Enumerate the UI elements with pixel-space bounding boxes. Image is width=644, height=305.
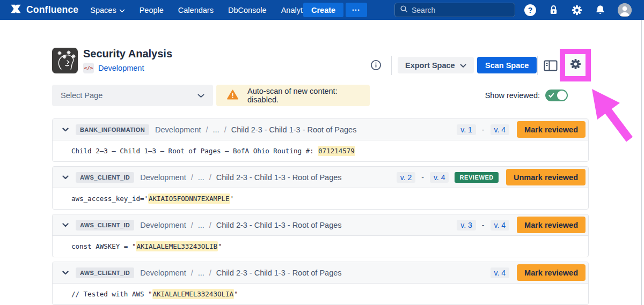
findings-list: BANK_INFORMATION Development / ... / Chi… <box>52 118 589 305</box>
version-to-link[interactable]: v. 4 <box>491 124 510 135</box>
breadcrumb-page[interactable]: Child 2-3 - Child 1-3 - Root of Pages <box>231 125 357 134</box>
notifications-bell-icon[interactable] <box>595 4 606 16</box>
version-from-link[interactable]: v. 1 <box>457 124 476 135</box>
annotation-highlight-box <box>560 49 591 81</box>
breadcrumb-space[interactable]: Development <box>140 221 186 229</box>
mark-reviewed-button[interactable]: Mark reviewed <box>517 121 586 138</box>
finding-header: AWS_CLIENT_ID Development / ... / Child … <box>53 262 588 284</box>
user-avatar[interactable] <box>618 3 632 17</box>
breadcrumb-ellipsis[interactable]: ... <box>213 125 219 134</box>
mark-reviewed-button[interactable]: Mark reviewed <box>517 264 586 281</box>
breadcrumb-ellipsis[interactable]: ... <box>198 221 204 229</box>
space-avatar[interactable] <box>52 48 78 73</box>
create-button[interactable]: Create <box>303 3 343 17</box>
sidebar-panel-icon[interactable] <box>541 57 560 73</box>
finding-snippet: aws_access_key_id='AKIAIO5FODNN7EXAMPLE' <box>53 188 588 209</box>
lock-icon[interactable] <box>548 4 559 16</box>
mark-reviewed-button[interactable]: Mark reviewed <box>517 217 586 233</box>
expand-chevron-icon[interactable] <box>60 270 71 276</box>
finding-header: AWS_CLIENT_ID Development / ... / Child … <box>53 214 588 236</box>
breadcrumb-page[interactable]: Child 2-3 - Child 1-3 - Root of Pages <box>216 221 342 229</box>
more-button[interactable]: ••• <box>346 3 367 17</box>
space-type-icon: </> <box>83 63 94 73</box>
breadcrumb-page[interactable]: Child 2-3 - Child 1-3 - Root of Pages <box>216 269 342 277</box>
finding-type-badge: AWS_CLIENT_ID <box>76 220 134 230</box>
annotation-arrow <box>582 79 641 146</box>
nav-menu: Spaces People Calendars DbConsole Analyt… <box>90 6 312 14</box>
nav-item-calendars[interactable]: Calendars <box>178 6 214 14</box>
nav-icon-group: ? <box>524 0 632 20</box>
scan-space-button[interactable]: Scan Space <box>477 57 537 73</box>
chevron-down-icon <box>197 91 204 100</box>
breadcrumb: Development / ... / Child 2-3 - Child 1-… <box>155 125 356 134</box>
space-link-row: </> Development <box>83 63 144 73</box>
show-reviewed-control: Show reviewed: <box>485 85 568 106</box>
breadcrumb: Development / ... / Child 2-3 - Child 1-… <box>140 173 341 182</box>
search-input[interactable] <box>412 6 497 14</box>
export-space-button[interactable]: Export Space <box>398 57 474 73</box>
check-icon <box>548 93 554 98</box>
version-to-link[interactable]: v. 4 <box>491 220 510 230</box>
nav-create-group: Create ••• <box>303 3 367 17</box>
breadcrumb-space[interactable]: Development <box>155 125 201 134</box>
nav-item-dbconsole[interactable]: DbConsole <box>228 6 267 14</box>
info-icon[interactable] <box>370 59 382 73</box>
confluence-brand[interactable]: Confluence <box>10 3 78 17</box>
toolbar-divider <box>537 56 538 75</box>
finding-card: BANK_INFORMATION Development / ... / Chi… <box>52 118 589 162</box>
brand-name: Confluence <box>26 4 78 16</box>
finding-header: BANK_INFORMATION Development / ... / Chi… <box>53 119 588 140</box>
finding-header: AWS_CLIENT_ID Development / ... / Child … <box>53 167 588 188</box>
toggle-knob <box>557 91 567 100</box>
settings-gear-icon[interactable] <box>571 4 583 16</box>
help-icon[interactable]: ? <box>524 4 536 16</box>
select-page-dropdown[interactable]: Select Page <box>52 85 213 106</box>
finding-card: AWS_CLIENT_ID Development / ... / Child … <box>52 262 589 305</box>
secret-highlight: 071214579 <box>318 146 355 156</box>
nav-item-people[interactable]: People <box>140 6 164 14</box>
breadcrumb-ellipsis[interactable]: ... <box>198 269 204 277</box>
search-box[interactable] <box>394 3 515 17</box>
window-edge <box>641 20 642 305</box>
version-from-link[interactable]: v. 2 <box>397 172 416 183</box>
expand-chevron-icon[interactable] <box>60 127 71 133</box>
warning-text: Auto-scan of new content: disabled. <box>247 87 361 104</box>
nav-item-spaces[interactable]: Spaces <box>90 6 125 14</box>
show-reviewed-label: Show reviewed: <box>485 91 540 100</box>
finding-type-badge: BANK_INFORMATION <box>76 124 149 135</box>
finding-type-badge: AWS_CLIENT_ID <box>76 172 134 183</box>
unmark-reviewed-button[interactable]: Unmark reviewed <box>506 169 586 185</box>
finding-snippet: Child 2–3 – Child 1–3 – Root of Pages – … <box>53 140 588 161</box>
show-reviewed-toggle[interactable] <box>545 90 568 101</box>
secret-highlight: AKIALALEMEL33243OLIB <box>136 241 218 251</box>
space-settings-gear-icon[interactable] <box>569 58 582 72</box>
page-title: Security Analysis <box>83 48 172 60</box>
expand-chevron-icon[interactable] <box>60 174 71 181</box>
space-link[interactable]: Development <box>98 64 144 72</box>
version-from-link[interactable]: v. 3 <box>457 220 476 230</box>
breadcrumb-space[interactable]: Development <box>140 173 186 182</box>
chevron-down-icon <box>460 61 466 70</box>
finding-type-badge: AWS_CLIENT_ID <box>76 267 134 278</box>
breadcrumb-page[interactable]: Child 2-3 - Child 1-3 - Root of Pages <box>216 173 342 182</box>
breadcrumb: Development / ... / Child 2-3 - Child 1-… <box>140 221 341 229</box>
secret-highlight: AKIALALEMEL33243OLIA <box>152 289 235 299</box>
version-to-link[interactable]: v. 4 <box>491 267 510 278</box>
finding-snippet: // Tested with AWS "AKIALALEMEL33243OLIA… <box>53 284 588 304</box>
confluence-logo-icon <box>10 3 22 17</box>
finding-snippet: const AWSKEY = "AKIALALEMEL33243OLIB" <box>53 236 588 257</box>
autoscan-warning-banner: Auto-scan of new content: disabled. <box>216 85 370 106</box>
expand-chevron-icon[interactable] <box>60 222 71 228</box>
warning-icon <box>227 90 238 102</box>
finding-card: AWS_CLIENT_ID Development / ... / Child … <box>52 166 589 210</box>
version-to-link[interactable]: v. 4 <box>430 172 449 183</box>
breadcrumb-ellipsis[interactable]: ... <box>198 173 204 182</box>
top-nav: Confluence Spaces People Calendars DbCon… <box>0 0 644 20</box>
breadcrumb-space[interactable]: Development <box>140 269 186 277</box>
secret-highlight: AKIAIO5FODNN7EXAMPLE <box>148 194 230 204</box>
reviewed-status-badge: REVIEWED <box>455 172 498 183</box>
toolbar-divider <box>391 56 392 75</box>
chevron-down-icon <box>119 6 125 14</box>
finding-card: AWS_CLIENT_ID Development / ... / Child … <box>52 214 589 257</box>
breadcrumb: Development / ... / Child 2-3 - Child 1-… <box>140 269 341 277</box>
